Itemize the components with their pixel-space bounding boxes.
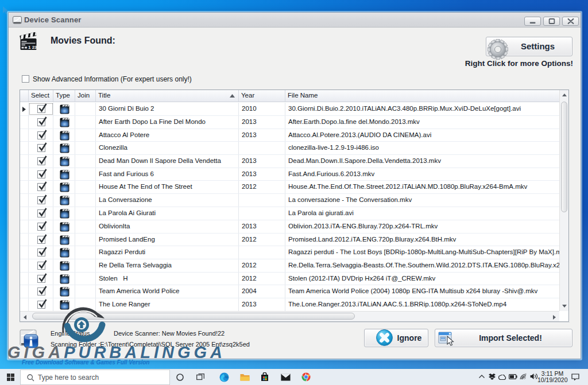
svg-text:1 23: 1 23 (28, 45, 37, 50)
